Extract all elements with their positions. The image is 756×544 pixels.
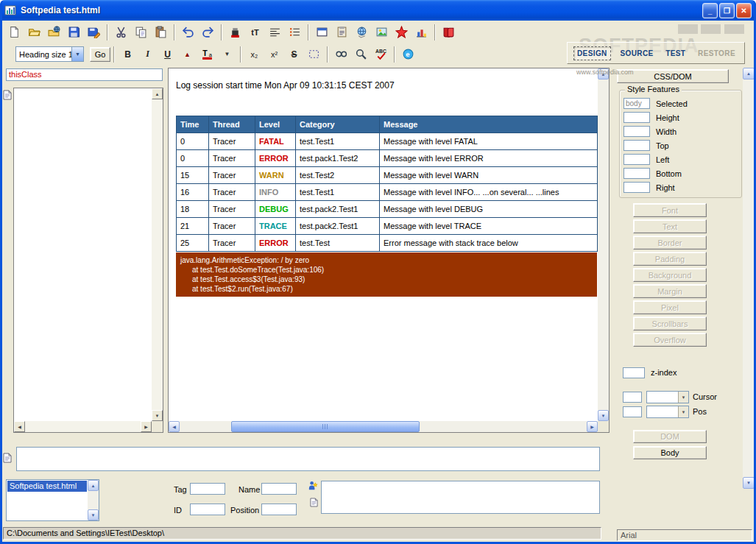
scrollbar-track[interactable]	[598, 80, 609, 410]
close-button[interactable]: ✕	[736, 3, 752, 18]
log-row[interactable]: 16TracerINFOtest.Test1Message with level…	[177, 184, 598, 201]
form-icon[interactable]	[333, 24, 351, 41]
text-button[interactable]: Text	[633, 219, 707, 233]
outline-panel[interactable]: ▲ ▼ ◀ ▶	[13, 88, 163, 433]
ink-icon[interactable]	[226, 24, 244, 41]
font-size-icon[interactable]: tT	[246, 24, 264, 41]
font-button[interactable]: Font	[633, 203, 707, 217]
scroll-down-button[interactable]: ▼	[598, 410, 609, 421]
css-class-field[interactable]: thisClass	[6, 68, 163, 81]
italic-icon[interactable]: I	[138, 46, 157, 63]
log-row[interactable]: 25TracerERRORtest.TestError message with…	[177, 235, 598, 252]
font-color-icon[interactable]: Ta	[198, 46, 216, 63]
effects-icon[interactable]	[392, 24, 411, 41]
spellcheck-icon[interactable]: ABC	[372, 46, 390, 63]
content-vertical-scrollbar[interactable]: ▲ ▼	[598, 68, 609, 421]
help-book-icon[interactable]	[439, 24, 458, 41]
tab-restore[interactable]: RESTORE	[695, 47, 738, 60]
open-folder-icon[interactable]	[25, 24, 43, 41]
notes-text-input[interactable]	[321, 481, 600, 514]
edit-text-input[interactable]	[16, 447, 600, 471]
outline-panel-area[interactable]	[14, 88, 152, 421]
image-icon[interactable]	[372, 24, 391, 41]
log-row[interactable]: 0TracerFATALtest.Test1Message with level…	[177, 133, 598, 150]
bold-icon[interactable]: B	[119, 46, 137, 63]
scrollbars-button[interactable]: Scrollbars	[633, 317, 707, 331]
log-row[interactable]: 18TracerDEBUGtest.pack2.Test1Message wit…	[177, 201, 598, 218]
preview-icon[interactable]	[332, 46, 350, 63]
file-list-item[interactable]: Softpedia test.html	[7, 481, 87, 492]
dom-button[interactable]: DOM	[633, 430, 707, 443]
table-icon[interactable]	[313, 24, 331, 41]
cut-icon[interactable]	[112, 24, 130, 41]
maximize-button[interactable]: ❐	[719, 3, 735, 18]
background-button[interactable]: Background	[633, 268, 707, 282]
scrollbar-track[interactable]	[25, 421, 141, 432]
scrollbar-track[interactable]	[88, 491, 99, 509]
id-input[interactable]	[190, 504, 225, 515]
paste-icon[interactable]	[152, 24, 170, 41]
pixel-button[interactable]: Pixel	[633, 300, 707, 314]
width-input[interactable]	[623, 126, 650, 137]
marquee-icon[interactable]	[305, 46, 323, 63]
list-icon[interactable]	[286, 24, 304, 41]
bottom-input[interactable]	[623, 168, 650, 179]
scrollbar-track[interactable]	[743, 80, 755, 477]
scroll-down-button[interactable]: ▼	[743, 477, 755, 489]
copy-icon[interactable]	[132, 24, 150, 41]
cursor-value-input[interactable]	[623, 392, 642, 403]
cursor-select[interactable]: ▼	[646, 391, 689, 403]
zindex-input[interactable]	[623, 367, 645, 378]
new-document-icon[interactable]	[5, 24, 24, 41]
selected-input[interactable]	[623, 98, 650, 109]
outline-vertical-scrollbar[interactable]: ▲ ▼	[152, 88, 163, 421]
scroll-down-button[interactable]: ▼	[88, 509, 99, 520]
scroll-up-button[interactable]: ▲	[152, 88, 163, 99]
panel-vertical-scrollbar[interactable]: ▲ ▼	[743, 68, 755, 489]
chevron-down-icon[interactable]: ▼	[678, 406, 688, 417]
log-row[interactable]: 15TracerWARNtest.Test2Message with level…	[177, 167, 598, 184]
outline-horizontal-scrollbar[interactable]: ◀ ▶	[14, 421, 152, 432]
save-icon[interactable]	[65, 24, 83, 41]
scroll-left-button[interactable]: ◀	[169, 421, 180, 432]
titlebar[interactable]: Softpedia test.html _ ❐ ✕	[0, 0, 756, 21]
file-list-scrollbar[interactable]: ▲ ▼	[88, 480, 99, 520]
font-up-icon[interactable]: ▲	[178, 46, 197, 63]
content-horizontal-scrollbar[interactable]: ◀ ▶	[169, 421, 598, 432]
log-row[interactable]: 21TracerTRACEtest.pack2.Test1Message wit…	[177, 218, 598, 235]
pos-select[interactable]: ▼	[646, 406, 689, 418]
align-icon[interactable]	[266, 24, 284, 41]
tab-design[interactable]: DESIGN	[573, 46, 611, 60]
design-view[interactable]: Log session start time Mon Apr 09 10:31:…	[168, 68, 610, 433]
tab-test[interactable]: TEST	[663, 47, 688, 60]
body-button[interactable]: Body	[633, 446, 707, 459]
scroll-left-button[interactable]: ◀	[14, 421, 25, 432]
scrollbar-track[interactable]	[152, 99, 163, 410]
tab-source[interactable]: SOURCE	[617, 47, 656, 60]
left-input[interactable]	[623, 154, 650, 165]
heading-size-select[interactable]: Heading size 1 ▼	[15, 46, 84, 62]
log-row[interactable]: 0TracerERRORtest.pack1.Test2Message with…	[177, 150, 598, 167]
minimize-button[interactable]: _	[702, 3, 718, 18]
height-input[interactable]	[623, 112, 650, 123]
strikethrough-icon[interactable]: S	[285, 46, 303, 63]
file-listbox[interactable]: Softpedia test.html ▲ ▼	[6, 479, 99, 521]
subscript-icon[interactable]: x₂	[245, 46, 264, 63]
color-dropdown-icon[interactable]: ▼	[218, 46, 236, 63]
chevron-down-icon[interactable]: ▼	[71, 47, 83, 61]
redo-icon[interactable]	[199, 24, 217, 41]
name-input[interactable]	[261, 483, 297, 495]
top-input[interactable]	[623, 140, 650, 151]
right-input[interactable]	[623, 182, 650, 193]
open-web-icon[interactable]	[45, 24, 63, 41]
margin-button[interactable]: Margin	[633, 284, 707, 298]
ie-icon[interactable]: e	[399, 46, 417, 63]
scroll-right-button[interactable]: ▶	[587, 421, 598, 432]
scrollbar-track[interactable]	[180, 421, 587, 432]
scroll-up-button[interactable]: ▲	[743, 68, 755, 80]
scroll-up-button[interactable]: ▲	[88, 480, 99, 491]
scrollbar-thumb[interactable]	[231, 421, 420, 432]
go-button[interactable]: Go	[90, 47, 110, 62]
scroll-down-button[interactable]: ▼	[152, 410, 163, 421]
hyperlink-icon[interactable]	[353, 24, 371, 41]
